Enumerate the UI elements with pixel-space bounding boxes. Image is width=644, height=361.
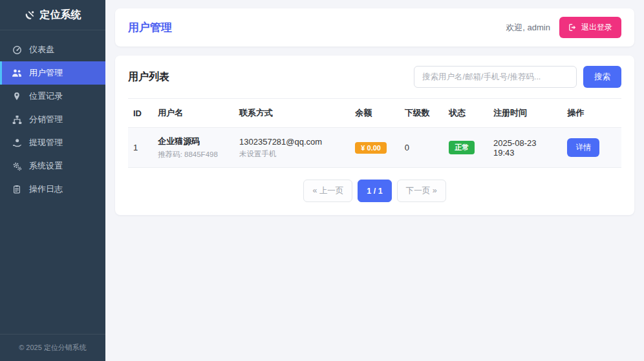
sidebar-item-label: 位置记录 bbox=[29, 90, 63, 102]
prev-page-button[interactable]: « 上一页 bbox=[303, 180, 352, 202]
col-header-registered: 注册时间 bbox=[488, 99, 562, 128]
user-table: ID 用户名 联系方式 余额 下级数 状态 注册时间 操作 1 企业猫源码 bbox=[128, 98, 621, 168]
logout-button[interactable]: 退出登录 bbox=[559, 17, 621, 38]
gears-icon bbox=[12, 161, 22, 171]
map-marker-icon bbox=[12, 91, 22, 101]
withdraw-icon bbox=[12, 138, 22, 148]
username-text: 企业猫源码 bbox=[158, 136, 229, 147]
cell-username: 企业猫源码 推荐码: 8845F498 bbox=[153, 128, 234, 168]
user-list-panel: 用户列表 搜索 ID 用户名 联系方式 余额 下级数 状态 注册时间 bbox=[115, 56, 634, 215]
cell-registered: 2025-08-23 19:43 bbox=[488, 128, 562, 168]
sidebar-item-label: 系统设置 bbox=[29, 160, 63, 172]
sidebar-item-settings[interactable]: 系统设置 bbox=[0, 154, 105, 178]
sidebar-item-label: 提现管理 bbox=[29, 137, 63, 149]
pagination: « 上一页 1 / 1 下一页 » bbox=[128, 180, 621, 202]
col-header-id: ID bbox=[128, 99, 153, 128]
sidebar-item-dashboard[interactable]: 仪表盘 bbox=[0, 38, 105, 61]
panel-header: 用户列表 搜索 bbox=[128, 66, 621, 88]
table-header-row: ID 用户名 联系方式 余额 下级数 状态 注册时间 操作 bbox=[128, 99, 621, 128]
cell-status: 正常 bbox=[444, 128, 488, 168]
sidebar-item-logs[interactable]: 操作日志 bbox=[0, 178, 105, 201]
cell-contact: 1302357281@qq.com 未设置手机 bbox=[234, 128, 350, 168]
welcome-text: 欢迎, admin bbox=[506, 22, 550, 34]
sidebar-item-label: 操作日志 bbox=[29, 183, 63, 195]
col-header-balance: 余额 bbox=[350, 99, 399, 128]
phone-text: 未设置手机 bbox=[239, 149, 345, 159]
col-header-status: 状态 bbox=[444, 99, 488, 128]
sidebar-item-withdrawals[interactable]: 提现管理 bbox=[0, 131, 105, 154]
sidebar-item-locations[interactable]: 位置记录 bbox=[0, 85, 105, 108]
app-logo-text: 定位系统 bbox=[40, 8, 81, 22]
status-badge: 正常 bbox=[449, 141, 475, 154]
search-button[interactable]: 搜索 bbox=[583, 66, 621, 88]
logout-icon bbox=[568, 23, 577, 32]
current-page-button[interactable]: 1 / 1 bbox=[358, 180, 391, 202]
sidebar: 定位系统 仪表盘 用户管理 位置记录 bbox=[0, 0, 105, 361]
cell-id: 1 bbox=[128, 128, 153, 168]
col-header-subordinates: 下级数 bbox=[400, 99, 444, 128]
app-window: 定位系统 仪表盘 用户管理 位置记录 bbox=[0, 0, 644, 361]
logout-label: 退出登录 bbox=[581, 22, 612, 33]
page-header: 用户管理 欢迎, admin 退出登录 bbox=[115, 8, 634, 46]
page-title: 用户管理 bbox=[128, 20, 172, 35]
col-header-contact: 联系方式 bbox=[234, 99, 350, 128]
sitemap-icon bbox=[12, 114, 22, 125]
col-header-username: 用户名 bbox=[153, 99, 234, 128]
clipboard-icon bbox=[12, 184, 22, 194]
sidebar-menu: 仪表盘 用户管理 位置记录 分销管理 bbox=[0, 30, 105, 334]
app-logo: 定位系统 bbox=[0, 0, 105, 30]
main-content: 用户管理 欢迎, admin 退出登录 用户列表 搜索 bbox=[105, 0, 644, 361]
table-row: 1 企业猫源码 推荐码: 8845F498 1302357281@qq.com … bbox=[128, 128, 621, 168]
panel-title: 用户列表 bbox=[128, 70, 169, 84]
ref-code-text: 推荐码: 8845F498 bbox=[158, 150, 229, 160]
balance-badge: ¥ 0.00 bbox=[355, 142, 387, 154]
search-input[interactable] bbox=[414, 66, 577, 88]
sidebar-item-label: 分销管理 bbox=[29, 114, 63, 125]
sidebar-item-label: 仪表盘 bbox=[29, 44, 54, 56]
col-header-actions: 操作 bbox=[562, 99, 621, 128]
header-actions: 欢迎, admin 退出登录 bbox=[506, 17, 621, 38]
sidebar-item-label: 用户管理 bbox=[29, 67, 63, 79]
cell-actions: 详情 bbox=[562, 128, 621, 168]
cell-subordinates: 0 bbox=[400, 128, 444, 168]
gauge-icon bbox=[12, 45, 22, 55]
email-text: 1302357281@qq.com bbox=[239, 137, 345, 147]
sidebar-footer: © 2025 定位分销系统 bbox=[0, 334, 105, 361]
search-group: 搜索 bbox=[414, 66, 621, 88]
detail-button[interactable]: 详情 bbox=[567, 138, 599, 157]
satellite-dish-icon bbox=[25, 10, 35, 20]
next-page-button[interactable]: 下一页 » bbox=[397, 180, 446, 202]
cell-balance: ¥ 0.00 bbox=[350, 128, 399, 168]
users-icon bbox=[12, 68, 22, 78]
sidebar-item-users[interactable]: 用户管理 bbox=[0, 61, 105, 85]
sidebar-item-distribution[interactable]: 分销管理 bbox=[0, 108, 105, 131]
